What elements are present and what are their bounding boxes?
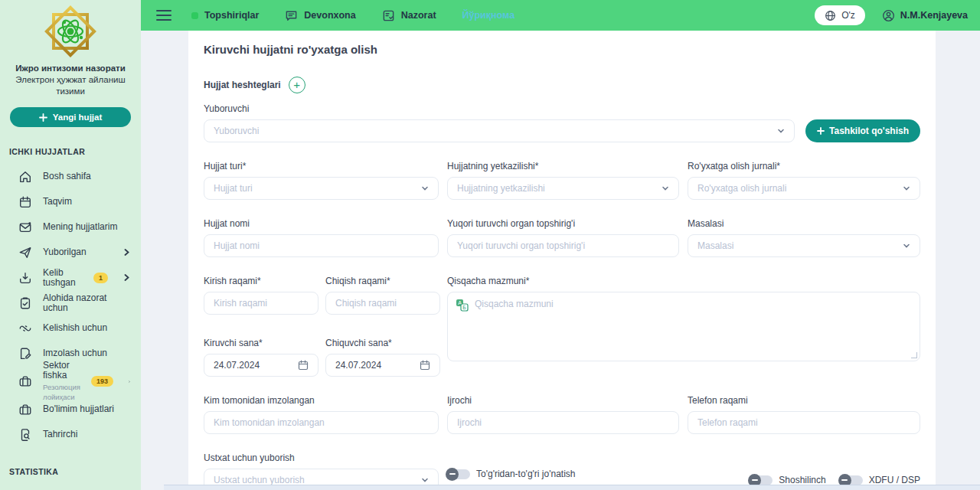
sidebar-item-statistika[interactable]: Statistika <box>0 484 141 490</box>
user-icon <box>882 9 895 22</box>
file-search-icon <box>18 428 32 442</box>
outgoing-date-input[interactable]: 24.07.2024 <box>325 354 440 377</box>
hashtags-label: Hujjat heshteglari <box>204 80 281 90</box>
hamburger-menu-icon[interactable] <box>156 10 172 21</box>
nav-devonxona[interactable]: Devonxona <box>285 9 355 22</box>
plus-icon <box>39 113 47 122</box>
chevron-right-icon <box>123 249 130 256</box>
briefcase-icon <box>18 403 32 416</box>
outgoing-date-label: Chiquvchi sana* <box>325 338 440 348</box>
sidebar-item-taqvim[interactable]: Taqvim <box>0 189 141 214</box>
summary-textarea[interactable] <box>475 299 912 352</box>
incoming-date-input[interactable]: 24.07.2024 <box>204 354 318 377</box>
app-title-line2: Электрон ҳужжат айланиш <box>0 74 141 86</box>
sidebar-item-label: Tahrirchi <box>43 430 130 439</box>
nav-label: Йўриқнома <box>462 10 515 21</box>
form-row-2: Hujjat nomi Yuqori turuvchi organ topshi… <box>204 218 920 257</box>
briefcase-icon <box>18 374 32 388</box>
chevron-down-icon <box>903 242 910 250</box>
sender-group: Yuboruvchi Yuboruvchi Tashkilot qo'shish <box>204 103 920 142</box>
nav-topshiriqlar[interactable]: Topshiriqlar <box>191 10 259 21</box>
exit-number-input[interactable] <box>325 292 440 315</box>
sidebar: Ижро интизоми назорати Электрон ҳужжат а… <box>0 0 141 490</box>
summary-textarea-wrap[interactable]: A Б <box>447 292 920 361</box>
chevron-down-icon <box>421 476 429 484</box>
calendar-icon <box>298 360 309 371</box>
sidebar-item-alohida-nazorat[interactable]: Alohida nazorat uchun <box>0 290 141 315</box>
language-label: O'z <box>841 10 855 21</box>
direct-send-toggle[interactable]: To'g'ridan-to'g'ri jo'natish <box>447 469 679 479</box>
journal-select[interactable]: Ro'yxatga olish jurnali <box>688 177 920 200</box>
section-statistics: STATISTIKA <box>9 467 141 476</box>
topbar: Topshiriqlar Devonxona Nazorat Йўриқнома… <box>141 0 980 31</box>
content-area: Kiruvchi hujjatni ro'yxatga olish Hujjat… <box>141 31 980 490</box>
sidebar-item-sublabel: Резолюция лойиҳаси <box>43 382 80 402</box>
chevron-down-icon <box>662 185 669 192</box>
home-icon <box>18 170 32 184</box>
direct-send-label: To'g'ridan-to'g'ri jo'natish <box>476 469 576 479</box>
sidebar-item-label: Alohida nazorat uchun <box>43 293 130 313</box>
executor-input[interactable] <box>447 411 679 434</box>
delivery-select[interactable]: Hujjatning yetkazilishi <box>447 177 679 200</box>
sidebar-item-label: Imzolash uchun <box>43 348 130 358</box>
sidebar-item-tahrirchi[interactable]: Tahrirchi <box>0 422 141 447</box>
inbox-icon <box>18 271 32 285</box>
translate-icon: A Б <box>456 299 469 312</box>
main-area: Topshiriqlar Devonxona Nazorat Йўриқнома… <box>141 0 980 490</box>
send-icon <box>18 246 32 260</box>
sidebar-item-yuborilgan[interactable]: Yuborilgan <box>0 240 141 265</box>
sender-select[interactable]: Yuboruvchi <box>204 119 795 142</box>
incoming-date-value: 24.07.2024 <box>214 360 298 371</box>
sidebar-item-label: Bo'limim hujjatlari <box>43 404 130 414</box>
cover-letter-placeholder: Ustxat uchun yuborish <box>214 475 421 485</box>
sidebar-item-kelib-tushgan[interactable]: Kelib tushgan 1 <box>0 265 141 290</box>
nav-label: Nazorat <box>401 10 436 21</box>
chevron-down-icon <box>777 127 785 135</box>
add-organization-button[interactable]: Tashkilot qo'shish <box>805 119 920 142</box>
sidebar-item-mening-hujjatlarim[interactable]: Mening hujjatlarim <box>0 214 141 240</box>
new-document-button[interactable]: Yangi hujjat <box>10 107 131 127</box>
executor-label: Ijrochi <box>447 395 679 406</box>
summary-label: Qisqacha mazmuni* <box>447 276 920 286</box>
outgoing-date-value: 24.07.2024 <box>335 360 420 371</box>
doc-type-placeholder: Hujjat turi <box>214 183 421 194</box>
entry-number-input[interactable] <box>204 292 318 315</box>
signed-by-input[interactable] <box>204 411 439 434</box>
status-dot-icon <box>191 12 198 19</box>
add-organization-label: Tashkilot qo'shish <box>829 126 909 136</box>
section-internal-docs: ICHKI HUJJATLAR <box>9 147 141 156</box>
chevron-right-icon <box>123 274 130 281</box>
checklist-icon <box>382 9 395 22</box>
issue-label: Masalasi <box>688 218 920 229</box>
user-menu[interactable]: N.M.Kenjayeva <box>882 9 968 22</box>
hashtags-row: Hujjat heshteglari + <box>204 77 920 93</box>
count-badge: 193 <box>91 376 113 387</box>
clipboard-check-icon <box>18 296 32 310</box>
nav-nazorat[interactable]: Nazorat <box>382 9 436 22</box>
atom-star-logo-icon <box>38 5 103 58</box>
sidebar-item-sektor-fishka[interactable]: Sektor fishka Резолюция лойиҳаси 193 <box>0 366 141 397</box>
phone-input[interactable] <box>688 411 920 434</box>
sidebar-item-bosh-sahifa[interactable]: Bosh sahifa <box>0 164 141 189</box>
doc-type-select[interactable]: Hujjat turi <box>204 177 439 200</box>
language-selector[interactable]: O'z <box>815 5 865 25</box>
app-logo <box>0 5 141 58</box>
globe-icon <box>825 10 836 21</box>
delivery-placeholder: Hujjatning yetkazilishi <box>457 183 662 194</box>
sidebar-item-label: Kelishish uchun <box>43 323 130 333</box>
upper-organ-input[interactable] <box>447 234 679 257</box>
app-title-line3: тизими <box>0 86 141 97</box>
calendar-icon <box>18 195 32 209</box>
nav-yoriqnoma[interactable]: Йўриқнома <box>462 10 515 21</box>
sidebar-item-label: Bosh sahifa <box>43 172 130 181</box>
sidebar-item-kelishish[interactable]: Kelishish uchun <box>0 315 141 341</box>
resize-handle[interactable] <box>911 352 917 358</box>
journal-label: Ro'yxatga olish jurnali* <box>688 161 920 172</box>
handshake-icon <box>18 322 32 335</box>
form-row-4: Kim tomonidan imzolangan Ijrochi Telefon… <box>204 395 920 434</box>
doc-name-input[interactable] <box>204 234 439 257</box>
phone-label: Telefon raqami <box>688 395 920 406</box>
chevron-down-icon <box>903 185 910 192</box>
issue-select[interactable]: Masalasi <box>688 234 920 257</box>
add-hashtag-button[interactable]: + <box>289 77 305 93</box>
